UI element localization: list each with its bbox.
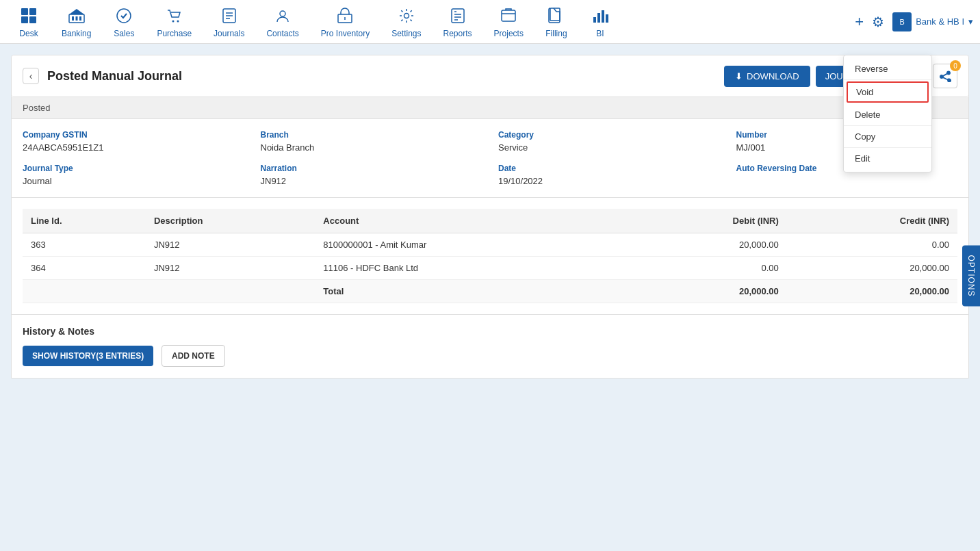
nav-item-purchase[interactable]: Purchase xyxy=(146,0,203,44)
total-label: Total xyxy=(315,280,625,303)
cell-line-id: 363 xyxy=(23,233,146,257)
purchase-label: Purchase xyxy=(157,29,192,38)
total-debit: 20,000.00 xyxy=(626,280,787,303)
table-total-row: Total 20,000.00 20,000.00 xyxy=(23,280,957,303)
journals-label: Journals xyxy=(214,29,244,38)
nav-item-journals[interactable]: Journals xyxy=(203,0,255,44)
svg-point-9 xyxy=(117,9,131,23)
dropdown-item-delete[interactable]: Delete xyxy=(844,104,931,126)
svg-rect-31 xyxy=(606,14,608,23)
user-name: Bank & HB I xyxy=(916,16,964,27)
table-body: 363 JN912 8100000001 - Amit Kumar 20,000… xyxy=(23,233,957,303)
nav-item-contacts[interactable]: Contacts xyxy=(255,0,309,44)
top-navigation: Desk Banking Sales xyxy=(0,0,980,44)
show-history-button[interactable]: SHOW HISTORY(3 ENTRIES) xyxy=(23,346,153,366)
nav-item-sales[interactable]: Sales xyxy=(102,0,146,44)
page-title: Posted Manual Journal xyxy=(47,69,182,84)
svg-rect-3 xyxy=(29,16,36,23)
cell-account: 8100000001 - Amit Kumar xyxy=(315,233,625,257)
user-avatar: B xyxy=(892,12,912,31)
settings-icon xyxy=(396,5,417,27)
nav-item-pro-inventory[interactable]: Pro Inventory xyxy=(310,0,381,44)
main-content: ‹ Posted Manual Journal ⬇ DOWNLOAD JOURN… xyxy=(0,44,980,389)
svg-rect-1 xyxy=(29,8,36,15)
form-section: Company GSTIN 24AABCA5951E1Z1 Branch Noi… xyxy=(12,119,968,198)
svg-marker-5 xyxy=(69,9,84,14)
svg-rect-29 xyxy=(597,13,600,23)
nav-item-reports[interactable]: Reports xyxy=(433,0,483,44)
download-button[interactable]: ⬇ DOWNLOAD xyxy=(724,66,810,87)
nav-item-settings[interactable]: Settings xyxy=(381,0,432,44)
options-sidebar-tab[interactable]: OPTIONS xyxy=(962,245,980,306)
chevron-down-icon: ▾ xyxy=(968,16,973,27)
page-header-wrapper: ‹ Posted Manual Journal ⬇ DOWNLOAD JOURN… xyxy=(11,55,969,379)
nav-item-bi[interactable]: BI xyxy=(578,0,622,44)
cell-debit: 0.00 xyxy=(626,257,787,280)
date-label: Date xyxy=(498,164,720,173)
sales-label: Sales xyxy=(114,29,134,38)
contacts-icon xyxy=(272,5,294,27)
category-value: Service xyxy=(498,142,720,153)
purchase-icon xyxy=(164,5,185,27)
svg-point-10 xyxy=(172,21,174,23)
company-gstin-label: Company GSTIN xyxy=(23,130,244,140)
company-gstin-field: Company GSTIN 24AABCA5951E1Z1 xyxy=(23,130,244,153)
back-button[interactable]: ‹ xyxy=(23,68,39,84)
svg-rect-0 xyxy=(21,8,28,15)
table-row: 363 JN912 8100000001 - Amit Kumar 20,000… xyxy=(23,233,957,257)
nav-right-section: + ⚙ B Bank & HB I ▾ xyxy=(855,12,973,31)
svg-point-16 xyxy=(280,11,285,16)
col-description: Description xyxy=(146,209,315,233)
user-menu[interactable]: B Bank & HB I ▾ xyxy=(892,12,973,31)
svg-point-19 xyxy=(404,14,409,18)
share-button[interactable]: 0 xyxy=(933,64,957,88)
nav-item-banking[interactable]: Banking xyxy=(51,0,102,44)
desk-label: Desk xyxy=(19,29,38,38)
dropdown-item-reverse[interactable]: Reverse xyxy=(844,58,931,80)
pro-inventory-label: Pro Inventory xyxy=(321,29,370,38)
history-section: History & Notes SHOW HISTORY(3 ENTRIES) … xyxy=(12,314,968,378)
total-empty-1 xyxy=(23,280,146,303)
settings-gear-icon[interactable]: ⚙ xyxy=(872,14,884,30)
nav-item-projects[interactable]: Projects xyxy=(483,0,534,44)
dropdown-item-copy[interactable]: Copy xyxy=(844,126,931,148)
notification-badge: 0 xyxy=(950,60,961,71)
dropdown-item-void[interactable]: Void xyxy=(847,81,929,103)
nav-item-desk[interactable]: Desk xyxy=(7,0,51,44)
cell-account: 11106 - HDFC Bank Ltd xyxy=(315,257,625,280)
add-button[interactable]: + xyxy=(855,13,864,31)
page-header: ‹ Posted Manual Journal ⬇ DOWNLOAD JOURN… xyxy=(12,55,968,97)
journal-type-field: Journal Type Journal xyxy=(23,164,244,186)
dropdown-item-edit[interactable]: Edit xyxy=(844,148,931,169)
journal-table-section: Line Id. Description Account Debit (INR)… xyxy=(12,198,968,314)
add-note-button[interactable]: ADD NOTE xyxy=(162,345,225,367)
journal-table: Line Id. Description Account Debit (INR)… xyxy=(23,209,957,303)
total-credit: 20,000.00 xyxy=(787,280,957,303)
status-bar: Posted xyxy=(12,97,968,119)
desk-icon xyxy=(18,5,40,27)
svg-rect-30 xyxy=(602,10,604,23)
share-icon xyxy=(939,70,951,82)
category-label: Category xyxy=(498,130,720,140)
cell-description: JN912 xyxy=(146,257,315,280)
table-row: 364 JN912 11106 - HDFC Bank Ltd 0.00 20,… xyxy=(23,257,957,280)
cell-credit: 20,000.00 xyxy=(787,257,957,280)
svg-rect-7 xyxy=(75,16,77,21)
branch-field: Branch Noida Branch xyxy=(261,130,482,153)
pro-inventory-icon xyxy=(334,5,356,27)
download-icon: ⬇ xyxy=(735,71,743,81)
journal-type-value: Journal xyxy=(23,176,244,186)
projects-label: Projects xyxy=(494,29,524,38)
bi-label: BI xyxy=(596,29,604,38)
nav-item-filling[interactable]: Filling xyxy=(534,0,578,44)
status-text: Posted xyxy=(23,103,50,113)
cell-line-id: 364 xyxy=(23,257,146,280)
svg-rect-8 xyxy=(79,16,81,21)
journal-type-label: Journal Type xyxy=(23,164,244,173)
settings-label: Settings xyxy=(391,29,421,38)
reports-label: Reports xyxy=(443,29,472,38)
bi-icon xyxy=(589,5,611,27)
filling-label: Filling xyxy=(545,29,567,38)
narration-label: Narration xyxy=(261,164,482,173)
journal-options-dropdown: Reverse Void Delete Copy Edit xyxy=(843,55,932,172)
